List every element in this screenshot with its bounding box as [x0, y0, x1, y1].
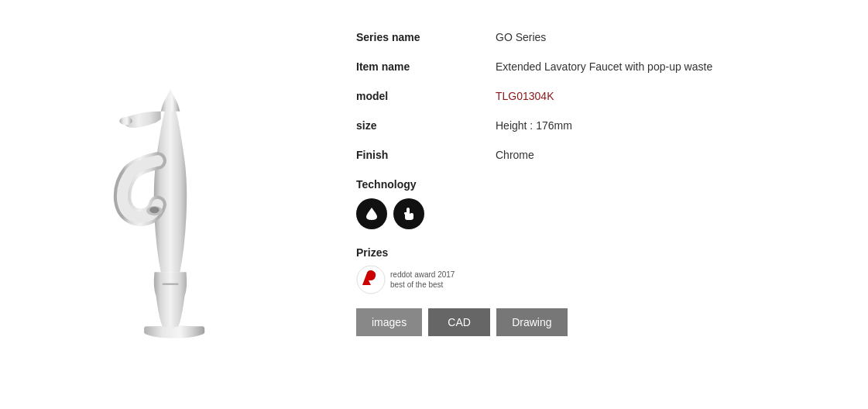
- size-value: Height : 176mm: [496, 119, 572, 132]
- finish-value: Chrome: [496, 149, 534, 161]
- tech-icons: [356, 198, 853, 229]
- prizes-label: Prizes: [356, 246, 853, 259]
- page-container: Series name GO Series Item name Extended…: [0, 0, 868, 409]
- finish-label: Finish: [356, 149, 496, 161]
- item-value: Extended Lavatory Faucet with pop-up was…: [496, 60, 712, 73]
- technology-section: Technology: [356, 178, 853, 229]
- svg-rect-1: [144, 326, 204, 334]
- drawing-button[interactable]: Drawing: [496, 308, 567, 336]
- product-image: [85, 57, 256, 352]
- technology-label: Technology: [356, 178, 853, 191]
- reddot-badge: reddot award 2017 best of the best: [356, 265, 853, 294]
- svg-point-2: [119, 117, 132, 125]
- model-label: model: [356, 90, 496, 102]
- reddot-logo-icon: [356, 265, 386, 294]
- product-info: Series name GO Series Item name Extended…: [341, 0, 868, 352]
- series-row: Series name GO Series: [356, 31, 853, 43]
- finish-row: Finish Chrome: [356, 149, 853, 161]
- reddot-text: reddot award 2017 best of the best: [390, 270, 455, 290]
- touch-icon: [393, 198, 424, 229]
- item-row: Item name Extended Lavatory Faucet with …: [356, 60, 853, 73]
- size-row: size Height : 176mm: [356, 119, 853, 132]
- cad-button[interactable]: CAD: [428, 308, 490, 336]
- reddot-award-text: reddot award 2017: [390, 270, 455, 280]
- model-row: model TLG01304K: [356, 90, 853, 102]
- water-drop-icon: [356, 198, 387, 229]
- action-buttons: images CAD Drawing: [356, 308, 853, 336]
- images-button[interactable]: images: [356, 308, 422, 336]
- svg-point-4: [149, 207, 159, 213]
- series-label: Series name: [356, 31, 496, 43]
- model-value: TLG01304K: [496, 90, 554, 102]
- reddot-best-text: best of the best: [390, 280, 455, 290]
- prizes-section: Prizes reddot award 2017 best of the bes…: [356, 246, 853, 294]
- series-value: GO Series: [496, 31, 546, 43]
- product-image-area: [0, 0, 341, 409]
- item-label: Item name: [356, 60, 496, 73]
- size-label: size: [356, 119, 496, 132]
